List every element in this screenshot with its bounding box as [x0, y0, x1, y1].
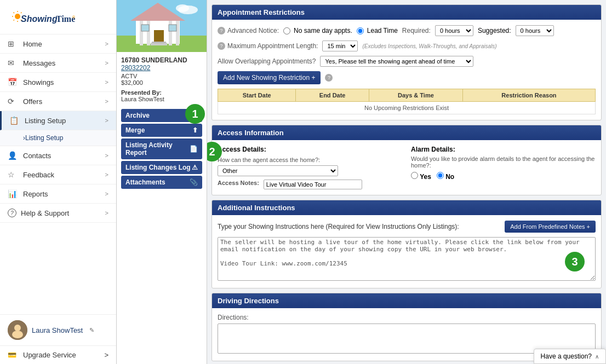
listing-image	[117, 0, 207, 52]
advanced-notice-help-icon[interactable]: ?	[218, 27, 225, 34]
appt-restrictions-body: ? Advanced Notice: No same day appts. Le…	[212, 20, 601, 120]
attachments-label: Attachments	[125, 178, 165, 186]
alarm-details-col: Alarm Details: Would you like to provide…	[411, 146, 596, 189]
attachments-button[interactable]: Attachments 📎	[121, 176, 202, 189]
chevron-right-icon: >	[105, 117, 108, 124]
lead-time-radio: Lead Time	[357, 27, 398, 34]
showings-icon: 📅	[8, 78, 19, 86]
user-profile[interactable]: Laura ShowTest ✎	[0, 314, 116, 345]
additional-instructions-header: Additional Instructions	[212, 200, 601, 215]
overlap-select[interactable]: Yes, Please tell the showing agent ahead…	[320, 56, 473, 67]
badge-1: 1	[185, 104, 205, 124]
report-label: Listing Activity Report	[125, 141, 190, 157]
advanced-notice-row: ? Advanced Notice: No same day appts. Le…	[218, 25, 596, 36]
upgrade-label: Upgrade Service	[23, 351, 76, 359]
sidebar-item-label: Feedback	[23, 171, 54, 179]
add-from-predefined-button[interactable]: Add From Predefined Notes +	[505, 221, 596, 233]
overlapping-row: Allow Overlapping Appointments? Yes, Ple…	[218, 56, 596, 67]
chevron-right-icon: >	[105, 41, 108, 47]
add-restriction-button[interactable]: Add New Showing Restriction +	[218, 71, 321, 84]
sidebar-item-reports[interactable]: 📊 Reports >	[0, 184, 116, 204]
sidebar-sub-item-label: Listing Setup	[25, 134, 63, 142]
access-notes-row: Access Notes:	[218, 180, 402, 189]
sidebar-item-help-support[interactable]: ? Help & Support >	[0, 204, 116, 223]
edit-profile-icon[interactable]: ✎	[89, 327, 94, 334]
sidebar-item-feedback[interactable]: ☆ Feedback >	[0, 165, 116, 184]
merge-label: Merge	[125, 126, 145, 134]
listing-status: ACTV	[121, 73, 202, 79]
add-restriction-row: Add New Showing Restriction + ?	[218, 71, 596, 84]
max-appt-select[interactable]: 15 min 30 min 60 min	[322, 41, 358, 51]
listing-activity-report-button[interactable]: Listing Activity Report 📄	[121, 138, 202, 159]
messages-icon: ✉	[8, 59, 19, 67]
changes-label: Listing Changes Log	[125, 164, 191, 171]
avatar	[8, 320, 27, 340]
no-same-day-radio: No same day appts.	[283, 27, 352, 34]
sidebar-nav: ⊞ Home > ✉ Messages > 📅 Showings > ⟳ Off…	[0, 34, 116, 314]
upgrade-icon: 💳	[8, 351, 19, 359]
lead-time-label: Lead Time	[367, 27, 398, 34]
sidebar-item-listing-setup[interactable]: 📋 Listing Setup >	[0, 111, 116, 130]
suggested-hours-select[interactable]: 0 hours 1 hours	[516, 25, 554, 36]
max-appt-help-icon[interactable]: ?	[218, 42, 225, 50]
merge-icon: ⬆	[192, 126, 198, 134]
overlap-label: Allow Overlapping Appointments?	[218, 57, 316, 65]
sidebar: Showing Time ® ⊞ Home > ✉ Messages > 📅 S…	[0, 0, 117, 364]
add-notes-label: Add From Predefined Notes +	[510, 223, 590, 230]
alarm-no-radio[interactable]	[437, 172, 444, 179]
table-header-row: Start Date End Date Days & Time Restrict…	[218, 89, 596, 102]
instructions-textarea[interactable]: The seller will be hosting a live tour o…	[218, 237, 596, 281]
max-appt-label: ? Maximum Appointment Length:	[218, 42, 318, 50]
sidebar-item-upgrade[interactable]: 💳 Upgrade Service >	[0, 345, 116, 364]
house-illustration	[117, 0, 207, 52]
chevron-right-icon: >	[105, 190, 108, 197]
svg-point-0	[15, 14, 20, 19]
lead-time-radio-input[interactable]	[357, 27, 364, 34]
access-type-select[interactable]: Other Lockbox Key	[218, 165, 338, 176]
alarm-description: Would you like to provide alarm details …	[411, 155, 596, 169]
chevron-right-icon: >	[105, 171, 108, 178]
merge-button[interactable]: Merge ⬆	[121, 124, 202, 137]
chevron-right-icon: >	[105, 152, 108, 159]
sidebar-sub-item-listing-setup[interactable]: › Listing Setup	[0, 130, 116, 146]
help-icon: ?	[8, 209, 16, 217]
listing-presenter: Presented By: Laura ShowTest	[121, 89, 202, 102]
max-appt-note: (Excludes Inspections, Walk-Throughs, an…	[362, 43, 496, 49]
instructions-label: Type your Showing Instructions here (Req…	[218, 223, 459, 230]
sidebar-item-label: Home	[23, 40, 42, 48]
sidebar-item-showings[interactable]: 📅 Showings >	[0, 73, 116, 92]
sidebar-item-label: Showings	[23, 78, 54, 86]
sidebar-item-contacts[interactable]: 👤 Contacts >	[0, 146, 116, 165]
restriction-help-icon[interactable]: ?	[325, 74, 333, 82]
contacts-icon: 👤	[8, 151, 19, 160]
sidebar-item-label: Offers	[23, 97, 42, 106]
sidebar-item-label: Reports	[23, 190, 48, 198]
listing-changes-log-button[interactable]: Listing Changes Log ⚠	[121, 161, 202, 174]
svg-rect-26	[141, 25, 149, 31]
changes-icon: ⚠	[192, 164, 198, 171]
additional-instructions-body: Type your Showing Instructions here (Req…	[212, 215, 601, 288]
have-question-bar[interactable]: Have a question? ∧	[534, 349, 606, 364]
how-access-label: How can the agent access the home?:	[218, 157, 402, 163]
attachments-icon: 📎	[190, 178, 198, 186]
offers-icon: ⟳	[8, 97, 19, 106]
directions-label: Directions:	[218, 314, 596, 321]
required-hours-select[interactable]: 0 hours 1 hours 2 hours	[435, 25, 473, 36]
instructions-header-row: Type your Showing Instructions here (Req…	[218, 221, 596, 233]
feedback-icon: ☆	[8, 170, 19, 179]
no-same-day-label: No same day appts.	[294, 27, 352, 34]
sidebar-item-offers[interactable]: ⟳ Offers >	[0, 92, 116, 111]
access-notes-input[interactable]	[264, 180, 362, 189]
sidebar-item-home[interactable]: ⊞ Home >	[0, 34, 116, 54]
alarm-yes-radio[interactable]	[411, 172, 418, 179]
no-same-day-radio-input[interactable]	[283, 27, 290, 34]
access-notes-label: Access Notes:	[218, 180, 259, 186]
archive-label: Archive	[125, 112, 150, 119]
listing-id-link[interactable]: 28032202	[121, 64, 202, 72]
sidebar-item-messages[interactable]: ✉ Messages >	[0, 54, 116, 73]
chevron-up-icon: ∧	[595, 354, 599, 360]
chevron-right-icon: >	[104, 351, 108, 359]
alarm-no-label: No	[437, 172, 454, 181]
svg-line-5	[14, 13, 15, 14]
end-date-header: End Date	[296, 89, 369, 102]
